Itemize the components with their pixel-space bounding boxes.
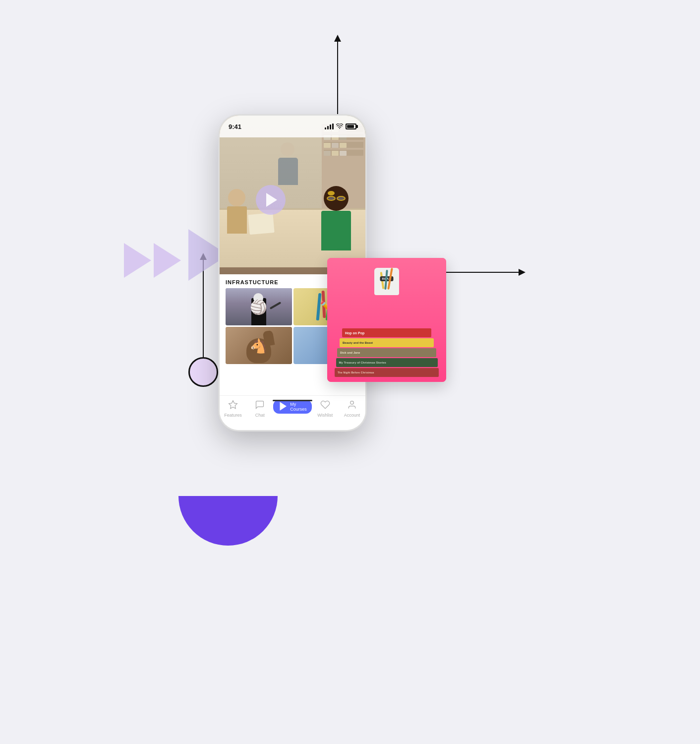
account-icon [347,400,357,411]
grid-item-volleyball[interactable] [226,288,292,325]
nav-item-chat[interactable]: Chat [246,400,273,418]
purple-semicircle-decoration [178,496,278,546]
svg-point-2 [350,401,354,405]
my-courses-icon [278,401,288,412]
signal-icon [325,124,334,129]
phone-status-icons [325,124,356,130]
account-label: Account [344,413,360,418]
my-courses-active-bg: My Courses [273,400,312,414]
my-courses-label: My Courses [290,402,307,412]
chat-icon [255,400,265,411]
features-label: Features [224,413,242,418]
nav-item-features[interactable]: Features [220,400,246,418]
svg-marker-1 [280,403,286,410]
battery-icon [346,124,356,129]
book-2: Beauty and the Beast [340,338,434,347]
book-1: Hop on Pop [342,328,431,337]
phone-time: 9:41 [229,123,241,130]
svg-marker-0 [229,401,237,409]
scroll-indicator [273,400,312,401]
nav-item-my-courses[interactable]: My Courses [273,400,312,414]
wishlist-icon [320,400,330,411]
features-icon [228,400,238,411]
book-3: Dick and Jane [337,348,436,357]
book-4: My Treasury of Christmas Stories [336,358,438,367]
grid-item-horse[interactable] [226,327,292,364]
nav-item-wishlist[interactable]: Wishlist [312,400,339,418]
chat-label: Chat [255,413,265,418]
play-button[interactable] [256,185,286,215]
status-bar: 9:41 [220,116,365,137]
book-5: The Night Before Christmas [335,368,439,377]
wishlist-label: Wishlist [317,413,333,418]
triangle-small1-icon [124,243,151,278]
pencil-cup: READ [374,268,399,295]
books-card: READ Hop on Pop Beauty and the Beast Dic… [327,258,446,382]
background: 9:41 [0,0,700,744]
triangle-small2-icon [154,243,181,278]
nav-item-account[interactable]: Account [339,400,365,418]
wifi-icon [336,124,343,130]
